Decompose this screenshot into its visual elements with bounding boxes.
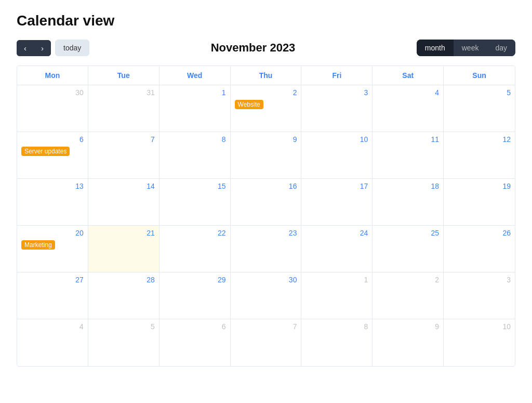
view-month-button[interactable]: month xyxy=(417,40,454,56)
calendar-cell[interactable]: 12 xyxy=(444,132,515,179)
cell-date: 27 xyxy=(21,276,84,284)
view-day-button[interactable]: day xyxy=(487,40,515,56)
calendar-grid: 303112Website3456Server updates789101112… xyxy=(17,85,515,366)
view-toggle: month week day xyxy=(417,40,515,56)
calendar-cell[interactable]: 30 xyxy=(17,85,88,132)
cell-date: 7 xyxy=(92,135,155,144)
calendar-cell[interactable]: 26 xyxy=(444,226,515,272)
cell-date: 21 xyxy=(92,229,155,237)
calendar-cell[interactable]: 22 xyxy=(159,226,231,272)
cell-date: 13 xyxy=(21,182,84,190)
calendar-cell[interactable]: 9 xyxy=(231,132,302,179)
day-header-wed: Wed xyxy=(159,66,231,85)
next-button[interactable]: › xyxy=(34,40,51,56)
calendar-cell[interactable]: 19 xyxy=(444,179,515,226)
calendar-cell[interactable]: 10 xyxy=(444,319,515,366)
calendar-cell[interactable]: 5 xyxy=(444,85,515,132)
calendar-cell[interactable]: 1 xyxy=(301,272,373,319)
calendar-cell[interactable]: 8 xyxy=(159,132,231,179)
cell-date: 18 xyxy=(377,182,439,190)
cell-date: 3 xyxy=(305,88,368,97)
cell-date: 10 xyxy=(305,135,368,144)
calendar-cell[interactable]: 23 xyxy=(231,226,302,272)
calendar-cell[interactable]: 17 xyxy=(301,179,373,226)
calendar-cell[interactable]: 6 xyxy=(159,319,231,366)
cell-date: 24 xyxy=(305,229,368,237)
cell-date: 30 xyxy=(235,276,297,284)
calendar-cell[interactable]: 15 xyxy=(159,179,231,226)
event-chip[interactable]: Marketing xyxy=(21,240,55,250)
cell-date: 19 xyxy=(448,182,511,190)
page-title: Calendar view xyxy=(17,12,515,29)
day-header-tue: Tue xyxy=(88,66,159,85)
calendar-cell[interactable]: 3 xyxy=(301,85,373,132)
calendar-cell[interactable]: 16 xyxy=(231,179,302,226)
calendar-cell[interactable]: 3 xyxy=(444,272,515,319)
cell-date: 1 xyxy=(164,88,226,97)
cell-date: 28 xyxy=(92,276,155,284)
cell-date: 2 xyxy=(377,276,439,284)
calendar-cell[interactable]: 7 xyxy=(231,319,302,366)
cell-date: 9 xyxy=(377,322,439,331)
toolbar: ‹ › today November 2023 month week day xyxy=(17,40,515,56)
cell-date: 31 xyxy=(92,88,155,97)
calendar-cell[interactable]: 1 xyxy=(159,85,231,132)
month-label: November 2023 xyxy=(89,41,417,55)
nav-btn-group: ‹ › xyxy=(17,40,51,56)
calendar-cell[interactable]: 10 xyxy=(301,132,373,179)
cell-date: 5 xyxy=(448,88,511,97)
cell-date: 9 xyxy=(235,135,297,144)
cell-date: 11 xyxy=(377,135,439,144)
prev-button[interactable]: ‹ xyxy=(17,40,34,56)
calendar-cell[interactable]: 11 xyxy=(373,132,444,179)
cell-date: 5 xyxy=(92,322,155,331)
event-chip[interactable]: Website xyxy=(235,100,263,109)
calendar-cell[interactable]: 5 xyxy=(88,319,159,366)
calendar-cell[interactable]: 28 xyxy=(88,272,159,319)
calendar-cell[interactable]: 24 xyxy=(301,226,373,272)
event-chip[interactable]: Server updates xyxy=(21,147,70,156)
calendar-cell[interactable]: 20Marketing xyxy=(17,226,88,272)
calendar-cell[interactable]: 6Server updates xyxy=(17,132,88,179)
today-button[interactable]: today xyxy=(55,40,89,56)
calendar-cell[interactable]: 14 xyxy=(88,179,159,226)
calendar-cell[interactable]: 21 xyxy=(88,226,159,272)
calendar-cell[interactable]: 8 xyxy=(301,319,373,366)
calendar-cell[interactable]: 27 xyxy=(17,272,88,319)
calendar-cell[interactable]: 13 xyxy=(17,179,88,226)
cell-date: 14 xyxy=(92,182,155,190)
cell-date: 4 xyxy=(21,322,84,331)
calendar-cell[interactable]: 9 xyxy=(373,319,444,366)
calendar-cell[interactable]: 7 xyxy=(88,132,159,179)
calendar: MonTueWedThuFriSatSun 303112Website3456S… xyxy=(17,66,515,367)
cell-date: 6 xyxy=(21,135,84,144)
cell-date: 16 xyxy=(235,182,297,190)
calendar-cell[interactable]: 2 xyxy=(373,272,444,319)
cell-date: 3 xyxy=(448,276,511,284)
view-week-button[interactable]: week xyxy=(454,40,487,56)
calendar-cell[interactable]: 30 xyxy=(231,272,302,319)
cell-date: 2 xyxy=(235,88,297,97)
cell-date: 17 xyxy=(305,182,368,190)
day-header-sat: Sat xyxy=(373,66,444,85)
cell-date: 10 xyxy=(448,322,511,331)
calendar-cell[interactable]: 2Website xyxy=(231,85,302,132)
calendar-cell[interactable]: 4 xyxy=(17,319,88,366)
cell-date: 8 xyxy=(305,322,368,331)
cell-date: 23 xyxy=(235,229,297,237)
day-header-thu: Thu xyxy=(231,66,302,85)
calendar-cell[interactable]: 4 xyxy=(373,85,444,132)
calendar-cell[interactable]: 29 xyxy=(159,272,231,319)
cell-date: 22 xyxy=(164,229,226,237)
calendar-cell[interactable]: 18 xyxy=(373,179,444,226)
toolbar-left: ‹ › today xyxy=(17,40,89,56)
cell-date: 30 xyxy=(21,88,84,97)
day-header-mon: Mon xyxy=(17,66,88,85)
calendar-header: MonTueWedThuFriSatSun xyxy=(17,66,515,85)
cell-date: 4 xyxy=(377,88,439,97)
cell-date: 15 xyxy=(164,182,226,190)
calendar-cell[interactable]: 31 xyxy=(88,85,159,132)
calendar-cell[interactable]: 25 xyxy=(373,226,444,272)
day-header-fri: Fri xyxy=(301,66,373,85)
cell-date: 25 xyxy=(377,229,439,237)
